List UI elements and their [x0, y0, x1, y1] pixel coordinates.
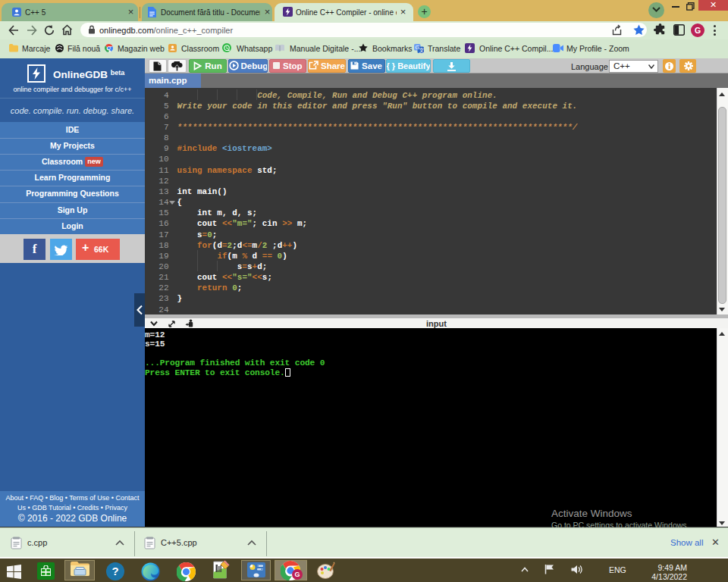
svg-text:文: 文: [419, 47, 425, 53]
